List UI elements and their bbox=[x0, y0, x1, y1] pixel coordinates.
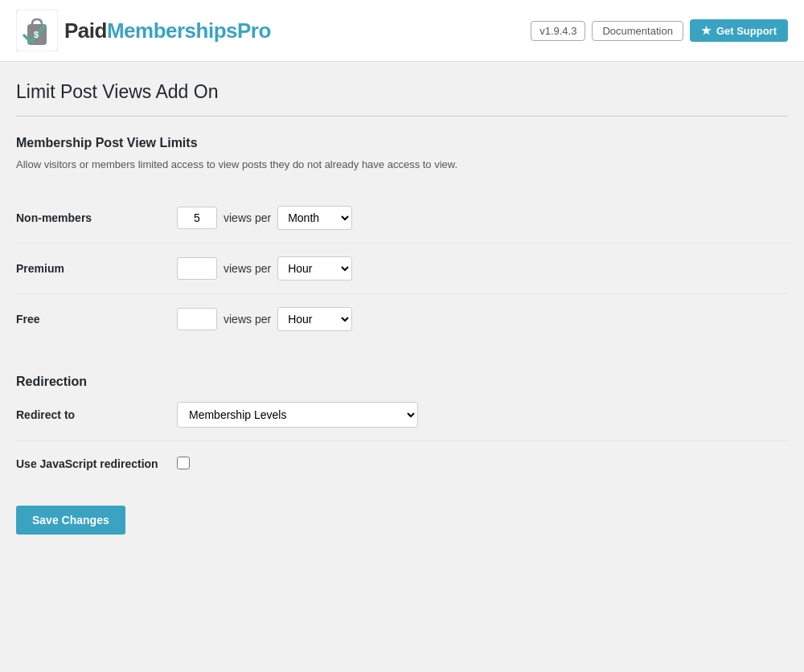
documentation-button[interactable]: Documentation bbox=[592, 21, 683, 41]
get-support-button[interactable]: ★ Get Support bbox=[690, 19, 788, 42]
js-redirect-row: Use JavaScript redirection bbox=[16, 441, 788, 487]
svg-text:$: $ bbox=[34, 30, 39, 39]
section-divider bbox=[16, 116, 788, 117]
js-redirect-field bbox=[177, 441, 788, 487]
logo-title: PaidMembershipsPro bbox=[64, 18, 271, 43]
redirect-to-select[interactable]: Membership Levels Custom URL Login Page bbox=[177, 402, 418, 428]
logo-area: $ PaidMembershipsPro bbox=[16, 10, 271, 51]
premium-label: Premium bbox=[16, 244, 177, 294]
views-per-label-2: views per bbox=[224, 313, 271, 326]
redirection-form-table: Redirect to Membership Levels Custom URL… bbox=[16, 389, 788, 486]
membership-form-table: Non-members views per Hour Day Week Mont… bbox=[16, 193, 788, 344]
free-field: views per Hour Day Week Month Year bbox=[177, 294, 788, 345]
redirect-to-field: Membership Levels Custom URL Login Page bbox=[177, 389, 788, 441]
non-members-views-input[interactable] bbox=[177, 207, 217, 229]
logo-icon: $ bbox=[16, 10, 58, 51]
premium-period-select[interactable]: Hour Day Week Month Year bbox=[277, 256, 352, 281]
free-period-select[interactable]: Hour Day Week Month Year bbox=[277, 307, 352, 331]
js-redirect-label: Use JavaScript redirection bbox=[16, 441, 177, 487]
header-actions: v1.9.4.3 Documentation ★ Get Support bbox=[531, 19, 788, 42]
support-label: Get Support bbox=[716, 25, 777, 37]
js-redirect-checkbox[interactable] bbox=[177, 457, 190, 469]
redirection-section-title: Redirection bbox=[16, 367, 788, 389]
membership-section-title: Membership Post View Limits bbox=[16, 136, 788, 150]
non-members-period-select[interactable]: Hour Day Week Month Year bbox=[277, 206, 352, 230]
version-badge: v1.9.4.3 bbox=[531, 21, 585, 41]
star-icon: ★ bbox=[701, 24, 712, 37]
redirect-to-row: Redirect to Membership Levels Custom URL… bbox=[16, 389, 788, 441]
non-members-row: Non-members views per Hour Day Week Mont… bbox=[16, 193, 788, 244]
main-content: Limit Post Views Add On Membership Post … bbox=[0, 62, 804, 554]
free-views-input[interactable] bbox=[177, 308, 217, 330]
premium-field: views per Hour Day Week Month Year bbox=[177, 244, 788, 294]
page-title: Limit Post Views Add On bbox=[16, 81, 788, 103]
non-members-label: Non-members bbox=[16, 193, 177, 244]
redirect-to-label: Redirect to bbox=[16, 389, 177, 441]
save-changes-button[interactable]: Save Changes bbox=[16, 506, 125, 535]
views-per-label-1: views per bbox=[224, 262, 271, 275]
header: $ PaidMembershipsPro v1.9.4.3 Documentat… bbox=[0, 0, 804, 62]
premium-row: Premium views per Hour Day Week Month Ye… bbox=[16, 244, 788, 294]
free-label: Free bbox=[16, 294, 177, 345]
premium-views-input[interactable] bbox=[177, 257, 217, 280]
non-members-field: views per Hour Day Week Month Year bbox=[177, 193, 788, 244]
views-per-label-0: views per bbox=[224, 211, 271, 224]
membership-section-desc: Allow visitors or members limited access… bbox=[16, 158, 788, 170]
free-row: Free views per Hour Day Week Month Year bbox=[16, 294, 788, 345]
